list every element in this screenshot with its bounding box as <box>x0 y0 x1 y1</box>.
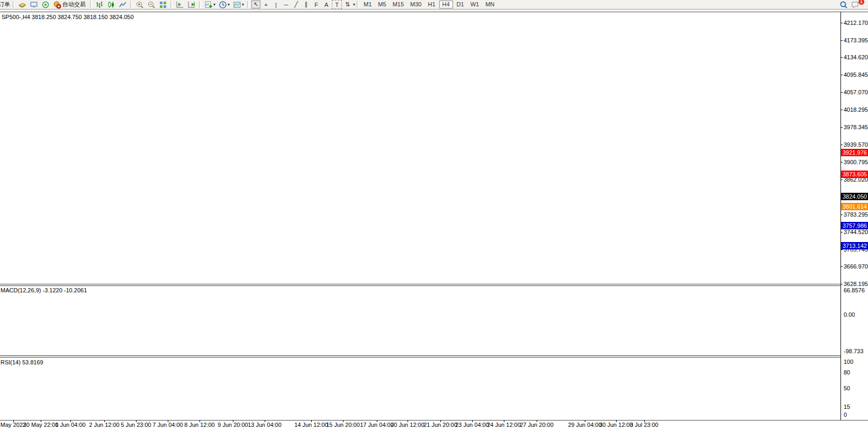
price-tick <box>840 23 843 23</box>
time-tick-label: 5 Jun 23:00 <box>121 422 151 428</box>
price-tick-label: 4173.395 <box>844 37 868 43</box>
price-tick-label: 4057.070 <box>844 89 868 95</box>
price-tick-label: 4212.170 <box>844 20 868 26</box>
price-tick <box>840 145 843 145</box>
chart-canvas[interactable] <box>0 0 840 429</box>
macd-axis-label: 66.8576 <box>844 287 865 293</box>
rsi-axis-label: 15 <box>844 404 850 410</box>
time-tick-label: 17 Jun 04:00 <box>360 422 394 428</box>
price-level-badge: 3713.142 <box>841 242 868 249</box>
rsi-axis-label: 0 <box>844 412 847 418</box>
notifications-button[interactable]: 1 <box>850 1 861 9</box>
price-tick-label: 3900.795 <box>844 159 868 165</box>
price-tick-label: 3666.970 <box>844 263 868 270</box>
time-tick-label: 7 Jun 04:00 <box>152 422 183 428</box>
price-tick <box>840 40 843 41</box>
price-tick <box>840 232 843 233</box>
time-tick-label: 20 Jun 12:00 <box>391 422 424 428</box>
time-tick-label: 13 Jun 04:00 <box>248 422 282 428</box>
time-tick-label: 15 Jun 20:00 <box>326 422 360 428</box>
rsi-label: RSI(14) 53.8169 <box>1 359 43 365</box>
time-tick-label: 8 Jun 12:00 <box>184 422 215 428</box>
price-tick <box>840 162 843 163</box>
rsi-axis-label: 100 <box>844 359 853 365</box>
time-tick-label: 3 Jul 23:00 <box>630 422 658 428</box>
time-tick-label: 30 May 22:00 <box>23 422 59 428</box>
price-tick-label: 3783.295 <box>844 211 868 218</box>
time-tick-label: 23 Jun 04:00 <box>455 422 489 428</box>
price-tick <box>840 284 843 284</box>
price-tick-label: 3744.520 <box>844 229 868 235</box>
time-tick-label: 1 Jun 04:00 <box>55 422 86 428</box>
price-tick-label: 3978.345 <box>844 124 868 130</box>
price-tick <box>840 215 843 215</box>
macd-axis-label: -98.733 <box>844 348 863 354</box>
time-tick-label: 14 Jun 12:00 <box>294 422 328 428</box>
price-level-badge: 3757.986 <box>841 222 868 229</box>
price-tick <box>840 57 843 58</box>
price-level-badge: 3873.605 <box>841 171 868 178</box>
price-tick <box>840 266 843 267</box>
price-tick-label: 4095.845 <box>844 72 868 78</box>
price-tick <box>840 110 843 110</box>
time-tick-label: May 2022 <box>1 422 26 428</box>
price-level-badge: 3801.614 <box>841 203 868 210</box>
price-level-badge: 3921.976 <box>841 149 868 156</box>
price-tick-label: 4134.620 <box>844 54 868 60</box>
macd-axis-label: 0.00 <box>844 311 855 318</box>
time-tick-label: 27 Jun 20:00 <box>520 422 554 428</box>
price-level-badge: 3824.050 <box>841 193 868 200</box>
macd-label: MACD(12,26,9) -3.1220 -10.2061 <box>1 287 87 293</box>
mt4-window: { "toolbar": { "order_label": "订单", "aut… <box>0 0 868 429</box>
chart-title: SP500-,H4 3818.250 3824.750 3818.150 382… <box>2 14 134 20</box>
price-tick-label: 4018.295 <box>844 106 868 113</box>
price-tick <box>840 180 843 180</box>
rsi-axis-label: 50 <box>844 385 850 391</box>
time-tick-label: 2 Jun 12:00 <box>89 422 120 428</box>
price-tick <box>840 92 843 93</box>
price-axis-border <box>840 12 841 420</box>
price-tick-label: 3628.195 <box>844 281 868 287</box>
rsi-axis-label: 80 <box>844 369 850 376</box>
time-tick-label: 30 Jun 12:00 <box>599 422 633 428</box>
price-tick-label: 3939.570 <box>844 141 868 148</box>
time-tick-label: 21 Jun 20:00 <box>423 422 457 428</box>
time-tick-label: 24 Jun 12:00 <box>487 422 521 428</box>
notification-badge: 1 <box>858 0 864 5</box>
time-tick-label: 9 Jun 20:00 <box>218 422 248 428</box>
time-tick-label: 29 Jun 04:00 <box>568 422 602 428</box>
price-tick <box>840 75 843 75</box>
price-tick <box>840 127 843 128</box>
